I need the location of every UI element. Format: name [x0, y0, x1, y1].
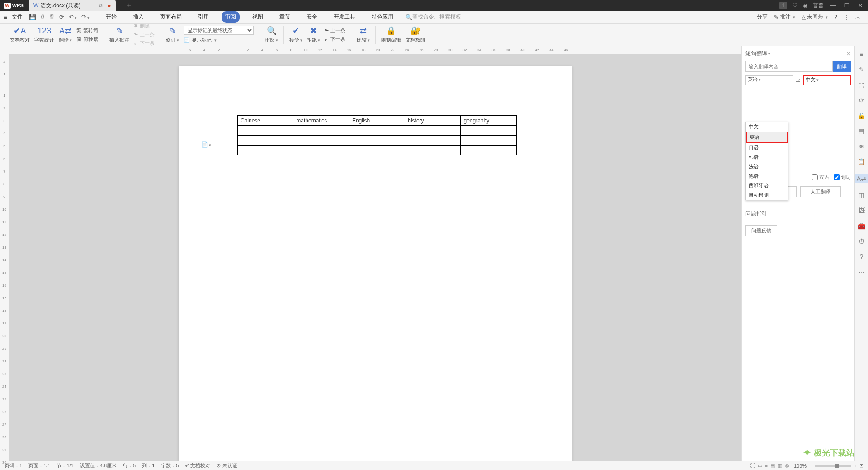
review-pane-button[interactable]: 🔍审阅 [265, 26, 278, 43]
status-unverified[interactable]: ⊘ 未认证 [217, 462, 237, 469]
restrict-edit-button[interactable]: 🔒限制编辑 [381, 26, 401, 43]
doc-permissions-button[interactable]: 🔐文档权限 [406, 26, 425, 43]
close-button[interactable]: ✕ [856, 2, 864, 9]
prev-comment-button[interactable]: ⬑上一条 [134, 31, 155, 38]
tab-duplicate-icon[interactable]: ⧉ [99, 2, 103, 9]
minimize-button[interactable]: — [829, 2, 837, 9]
tab-developer[interactable]: 开发工具 [330, 11, 359, 23]
document-table[interactable]: Chinese mathematics English history geog… [237, 115, 517, 155]
tab-special[interactable]: 特色应用 [368, 11, 397, 23]
table-cell[interactable]: history [405, 116, 461, 126]
word-count-button[interactable]: 123字数统计 [34, 26, 54, 43]
status-section[interactable]: 节：1/1 [57, 462, 73, 469]
new-tab-button[interactable]: + [127, 1, 131, 9]
strip-pen-icon[interactable]: ✎ [859, 66, 864, 73]
tab-view[interactable]: 视图 [249, 11, 267, 23]
document-area[interactable]: 6422468101214161820222426283032343638404… [9, 46, 741, 461]
insert-comment-button[interactable]: ✎插入批注 [109, 26, 129, 43]
view-read-icon[interactable]: ▥ [778, 463, 782, 469]
tab-review[interactable]: 审阅 [222, 11, 240, 23]
tab-reference[interactable]: 引用 [194, 11, 212, 23]
tab-layout[interactable]: 页面布局 [156, 11, 185, 23]
print-icon[interactable]: ⎙ [41, 14, 44, 20]
refresh-icon[interactable]: ⟳ [59, 14, 64, 20]
markup-state-select[interactable]: 显示标记的最终状态 [184, 26, 254, 35]
status-page[interactable]: 页面：1/1 [28, 462, 50, 469]
next-change-button[interactable]: ⬐下一条 [325, 36, 345, 42]
status-setvalue[interactable]: 设置值：4.8厘米 [80, 462, 117, 469]
strip-settings-icon[interactable]: ≡ [859, 51, 863, 58]
lang-option[interactable]: 韩语 [746, 152, 788, 162]
translate-submit-button[interactable]: 翻译 [833, 61, 851, 72]
table-cell[interactable]: geography [461, 116, 517, 126]
table-cell[interactable]: English [349, 116, 405, 126]
compare-button[interactable]: ⇄比较 [357, 26, 370, 43]
table-cell[interactable]: mathematics [293, 116, 349, 126]
reject-button[interactable]: ✖拒绝 [307, 26, 320, 43]
view-print-icon[interactable]: ▭ [758, 463, 762, 469]
jian2fan-button[interactable]: 简简转繁 [76, 36, 98, 42]
lang-option[interactable]: 日语 [746, 143, 788, 152]
panel-close-icon[interactable]: ✕ [846, 51, 851, 57]
strip-flow-icon[interactable]: ≋ [859, 143, 864, 150]
status-row[interactable]: 行：5 [123, 462, 136, 469]
lang-option[interactable]: 法语 [746, 162, 788, 171]
file-menu[interactable]: 文件 [12, 13, 23, 21]
zoom-out-icon[interactable]: − [809, 463, 812, 469]
bilingual-checkbox[interactable]: 双语 [812, 174, 829, 181]
translate-input[interactable] [745, 61, 833, 72]
accept-button[interactable]: ✔接受 [289, 26, 302, 43]
share-button[interactable]: 分享 [757, 13, 768, 21]
maximize-button[interactable]: ❐ [843, 2, 851, 9]
notification-badge[interactable]: 1 [779, 2, 787, 9]
lang-option[interactable]: 自动检测 [746, 190, 788, 200]
strip-grid-icon[interactable]: ▦ [859, 127, 864, 135]
page-side-icon[interactable]: 📄 [201, 141, 211, 148]
sync-status[interactable]: △ 未同步 [802, 13, 828, 21]
strip-image-icon[interactable]: 🖼 [859, 207, 865, 214]
user-name[interactable]: 普普 [813, 2, 824, 9]
status-words[interactable]: 字数：5 [161, 462, 179, 469]
lang-option[interactable]: 英语 [746, 132, 788, 143]
tab-modified-dot[interactable]: ● [107, 2, 111, 9]
document-tab[interactable]: W 语文.docx (只读) ⧉ ● [29, 0, 116, 11]
human-translate-button[interactable]: 人工翻译 [800, 186, 841, 197]
zoom-in-icon[interactable]: + [854, 463, 857, 469]
print-preview-icon[interactable]: 🖶 [49, 14, 55, 20]
tab-start[interactable]: 开始 [102, 11, 120, 23]
swap-languages-icon[interactable]: ⇄ [796, 77, 800, 84]
save-icon[interactable]: 💾 [29, 14, 36, 20]
help-icon[interactable]: ? [834, 14, 837, 20]
tab-security[interactable]: 安全 [303, 11, 321, 23]
revise-button[interactable]: ✎修订 [166, 26, 179, 43]
delete-comment-button[interactable]: ✖删除 [134, 23, 155, 29]
to-language-select[interactable]: 中文 [803, 75, 851, 85]
strip-translate-icon[interactable]: A⇄ [855, 174, 868, 183]
fullscreen-icon[interactable]: ⛶ [750, 463, 755, 469]
strip-toolbox-icon[interactable]: 🧰 [858, 222, 865, 230]
status-proof[interactable]: ✔ 文档校对 [185, 462, 210, 469]
strip-more-icon[interactable]: ⋯ [859, 268, 865, 276]
collapse-ribbon-icon[interactable]: ︿ [855, 13, 861, 21]
strip-clipboard-icon[interactable]: 📋 [858, 158, 865, 165]
from-language-select[interactable]: 英语 [745, 75, 793, 85]
doc-proof-button[interactable]: ✔A文档校对 [10, 26, 30, 43]
fan2jian-button[interactable]: 繁繁转简 [76, 27, 98, 34]
redo-icon[interactable]: ↷ [81, 14, 90, 20]
strip-clock-icon[interactable]: ⏱ [859, 238, 865, 245]
tab-chapter[interactable]: 章节 [276, 11, 294, 23]
show-markup-button[interactable]: 📄显示标记 [184, 37, 254, 43]
hamburger-icon[interactable]: ≡ [4, 14, 7, 21]
strip-refresh-icon[interactable]: ⟳ [859, 97, 864, 104]
wordsep-checkbox[interactable]: 划词 [834, 174, 851, 181]
zoom-slider[interactable] [815, 465, 851, 467]
view-outline-icon[interactable]: ≡ [765, 463, 768, 469]
comment-button[interactable]: ✎ 批注 [774, 13, 795, 21]
zoom-value[interactable]: 109% [794, 463, 807, 469]
strip-lock-icon[interactable]: 🔒 [858, 112, 865, 119]
zoom-fit-icon[interactable]: ⊡ [859, 463, 863, 469]
translate-button[interactable]: A⇄翻译 [59, 26, 72, 43]
lang-option[interactable]: 中文 [746, 122, 788, 132]
table-cell[interactable]: Chinese [238, 116, 293, 126]
feedback-button[interactable]: 问题反馈 [745, 225, 777, 236]
